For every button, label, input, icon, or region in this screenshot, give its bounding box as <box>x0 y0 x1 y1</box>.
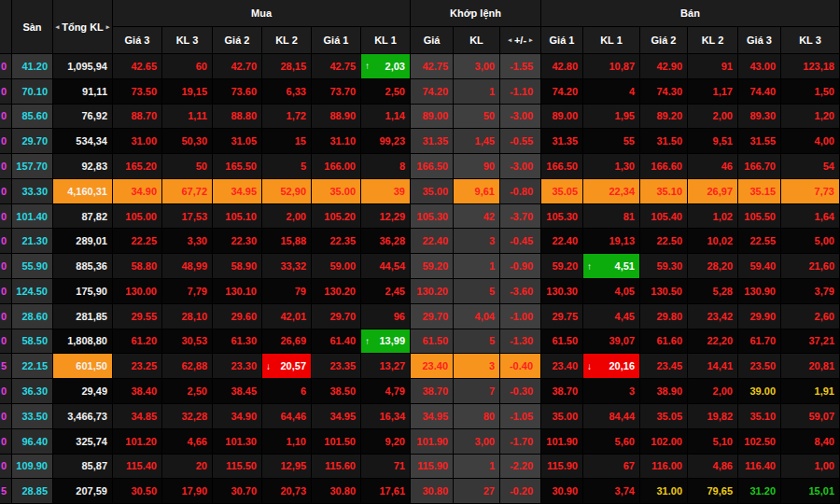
khop-gia-cell[interactable]: 29.70 <box>411 304 454 329</box>
mua-gia3-cell[interactable]: 130.00 <box>113 279 162 304</box>
mua-kl1-cell[interactable]: 1,14 <box>361 105 411 130</box>
mua-kl3-cell[interactable]: 17,90 <box>162 479 213 504</box>
mua-gia3-cell[interactable]: 88.70 <box>113 105 162 130</box>
mua-kl3-cell[interactable]: 67,72 <box>162 179 213 204</box>
mua-gia2-cell[interactable]: 61.30 <box>213 329 262 355</box>
mua-gia3-cell[interactable]: 42.65 <box>113 54 162 79</box>
ban-gia1-cell[interactable]: 166.50 <box>541 154 583 179</box>
khop-gia-cell[interactable]: 42.75 <box>411 54 454 79</box>
mua-kl3-cell[interactable]: 48,99 <box>162 254 213 279</box>
khop-gia-cell[interactable]: 115.90 <box>411 455 454 480</box>
mua-kl1-cell[interactable]: 2,50 <box>361 79 411 105</box>
mua-kl3-cell[interactable]: 62,88 <box>162 354 213 379</box>
ban-kl1-cell[interactable]: 5,60 <box>583 429 640 455</box>
column-header-mua-gia3[interactable]: Giá 3 <box>113 27 162 54</box>
khop-change-cell[interactable]: -0.90 <box>500 254 541 279</box>
ban-gia1-cell[interactable]: 74.20 <box>541 79 583 105</box>
mua-kl2-cell[interactable]: 12,95 <box>262 455 312 480</box>
ban-kl2-cell[interactable]: 5,10 <box>688 429 738 455</box>
table-row[interactable]: 528.85207,5930.5017,9030.7020,7330.8017,… <box>0 479 840 504</box>
ban-gia3-cell[interactable]: 116.40 <box>738 455 781 480</box>
ban-kl2-cell[interactable]: 9,51 <box>688 129 738 154</box>
ban-kl2-cell[interactable]: 1,17 <box>688 79 738 105</box>
mua-gia1-cell[interactable]: 29.70 <box>312 304 361 329</box>
floor-price-cell[interactable]: 33.30 <box>12 179 53 204</box>
ban-gia3-cell[interactable]: 29.90 <box>738 304 781 329</box>
ban-gia3-cell[interactable]: 59.40 <box>738 254 781 279</box>
mua-kl2-cell[interactable]: 26,69 <box>262 329 312 355</box>
ban-gia3-cell[interactable]: 89.30 <box>738 105 781 130</box>
floor-price-cell[interactable]: 28.60 <box>12 304 53 329</box>
ban-gia1-cell[interactable]: 61.50 <box>541 329 583 355</box>
mua-kl2-cell[interactable]: 1,72 <box>262 105 312 130</box>
ban-gia2-cell[interactable]: 23.45 <box>640 354 688 379</box>
ban-gia3-cell[interactable]: 102.50 <box>738 429 781 455</box>
ban-gia1-cell[interactable]: 29.75 <box>541 304 583 329</box>
khop-gia-cell[interactable]: 89.00 <box>411 105 454 130</box>
ban-gia1-cell[interactable]: 35.05 <box>541 179 583 204</box>
ban-gia2-cell[interactable]: 42.90 <box>640 54 688 79</box>
khop-change-cell[interactable]: -3.00 <box>500 105 541 130</box>
table-row[interactable]: 021.30289,0122.253,3022.3015,8822.3536,2… <box>0 229 840 254</box>
table-row[interactable]: 028.60281,8529.5528,1029.6042,0129.70962… <box>0 304 840 329</box>
mua-kl1-cell[interactable]: 99,23 <box>361 129 411 154</box>
khop-change-cell[interactable]: -0.45 <box>500 229 541 254</box>
ban-kl3-cell[interactable]: 1,00 <box>781 455 840 480</box>
ban-gia1-cell[interactable]: 38.70 <box>541 379 583 404</box>
mua-kl1-cell[interactable]: 8 <box>361 154 411 179</box>
ban-kl3-cell[interactable]: 15,01 <box>781 479 840 504</box>
column-header-ban-gia2[interactable]: Giá 2 <box>640 27 688 54</box>
floor-price-cell[interactable]: 109.90 <box>12 455 53 480</box>
mua-kl1-cell[interactable]: 36,28 <box>361 229 411 254</box>
mua-kl3-cell[interactable]: 1,11 <box>162 105 213 130</box>
ban-kl1-cell[interactable]: 81 <box>583 204 640 230</box>
ban-kl3-cell[interactable]: 21,60 <box>781 254 840 279</box>
ban-gia1-cell[interactable]: 23.40 <box>541 354 583 379</box>
khop-gia-cell[interactable]: 23.40 <box>411 354 454 379</box>
ban-gia2-cell[interactable]: 166.60 <box>640 154 688 179</box>
khop-kl-cell[interactable]: 90 <box>454 154 500 179</box>
mua-kl1-cell[interactable]: 44,54 <box>361 254 411 279</box>
mua-kl1-cell[interactable]: 9,20 <box>361 429 411 455</box>
floor-price-cell[interactable]: 124.50 <box>12 279 53 304</box>
column-header-change[interactable]: ◂ +/- ▸ <box>500 27 541 54</box>
total-volume-cell[interactable]: 4,160,31 <box>53 179 113 204</box>
ban-kl2-cell[interactable]: 10,02 <box>688 229 738 254</box>
khop-change-cell[interactable]: -1.05 <box>500 404 541 429</box>
khop-kl-cell[interactable]: 3,00 <box>454 429 500 455</box>
ban-kl3-cell[interactable]: 20,81 <box>781 354 840 379</box>
ban-kl1-cell[interactable]: 10,87 <box>583 54 640 79</box>
ban-kl1-cell[interactable]: 3 <box>583 379 640 404</box>
mua-gia1-cell[interactable]: 88.90 <box>312 105 361 130</box>
mua-gia3-cell[interactable]: 58.80 <box>113 254 162 279</box>
mua-kl1-cell[interactable]: 2,45 <box>361 279 411 304</box>
ban-gia2-cell[interactable]: 105.40 <box>640 204 688 230</box>
ban-kl3-cell[interactable]: 8,40 <box>781 429 840 455</box>
mua-gia2-cell[interactable]: 58.90 <box>213 254 262 279</box>
ban-kl1-cell[interactable]: 1,30 <box>583 154 640 179</box>
khop-kl-cell[interactable]: 1 <box>454 254 500 279</box>
table-row[interactable]: 058.501,808,8061.2030,5361.3026,6961.40↑… <box>0 329 840 355</box>
mua-kl3-cell[interactable]: 7,79 <box>162 279 213 304</box>
ban-kl1-cell[interactable]: 1,95 <box>583 105 640 130</box>
ban-gia2-cell[interactable]: 31.50 <box>640 129 688 154</box>
column-header-ban-kl1[interactable]: KL 1 <box>583 27 640 54</box>
table-row[interactable]: 522.15601,5023.2562,8823.30↓20,5723.3513… <box>0 354 840 379</box>
khop-change-cell[interactable]: -1.70 <box>500 429 541 455</box>
column-header-san[interactable]: Sàn <box>12 0 53 54</box>
mua-gia2-cell[interactable]: 88.80 <box>213 105 262 130</box>
mua-kl3-cell[interactable]: 28,10 <box>162 304 213 329</box>
mua-gia2-cell[interactable]: 29.60 <box>213 304 262 329</box>
column-header-mua-kl1[interactable]: KL 1 <box>361 27 411 54</box>
ban-kl2-cell[interactable]: 22,20 <box>688 329 738 355</box>
khop-kl-cell[interactable]: 42 <box>454 204 500 230</box>
ban-kl2-cell[interactable]: 19,82 <box>688 404 738 429</box>
ban-kl2-cell[interactable]: 4,86 <box>688 455 738 480</box>
khop-gia-cell[interactable]: 61.50 <box>411 329 454 355</box>
ban-gia3-cell[interactable]: 74.40 <box>738 79 781 105</box>
ban-gia2-cell[interactable]: 35.05 <box>640 404 688 429</box>
ban-kl3-cell[interactable]: 2,60 <box>781 304 840 329</box>
mua-gia3-cell[interactable]: 34.85 <box>113 404 162 429</box>
ban-kl3-cell[interactable]: 3,79 <box>781 279 840 304</box>
khop-kl-cell[interactable]: 3 <box>454 229 500 254</box>
